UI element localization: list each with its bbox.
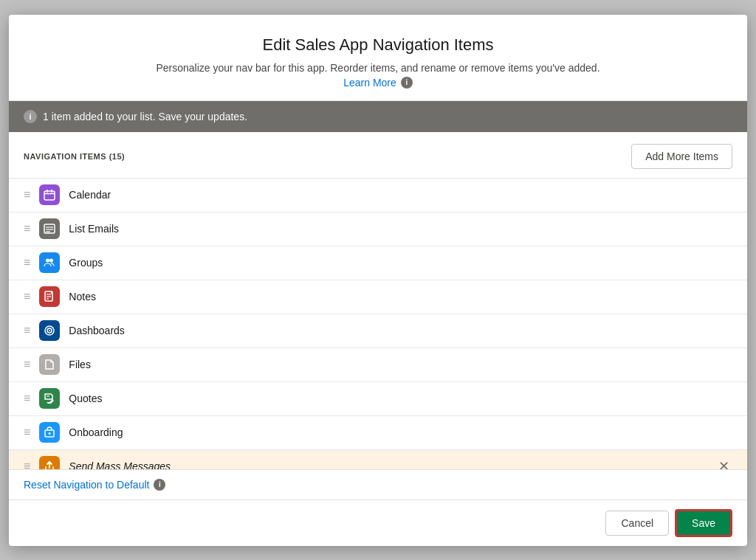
drag-handle[interactable]: ≡ [24, 426, 30, 439]
item-icon-calendar [39, 184, 60, 205]
remove-item-button[interactable]: ✕ [715, 457, 732, 469]
modal-footer: Cancel Save [9, 499, 747, 546]
item-label-quotes: Quotes [69, 393, 732, 404]
svg-point-16 [49, 330, 50, 331]
nav-items-count-label: NAVIGATION ITEMS (15) [24, 152, 125, 161]
list-item: ≡ Quotes [9, 382, 747, 416]
save-button[interactable]: Save [675, 509, 732, 537]
modal-body: NAVIGATION ITEMS (15) Add More Items ≡ C… [9, 132, 747, 469]
learn-more-info-icon[interactable]: i [401, 77, 413, 89]
item-icon-notes [39, 286, 60, 307]
list-item: ≡ Groups [9, 246, 747, 280]
notification-bar: i 1 item added to your list. Save your u… [9, 101, 747, 132]
list-item: ≡ Onboarding [9, 416, 747, 450]
item-icon-list-emails [39, 218, 60, 239]
reset-navigation-link[interactable]: Reset Navigation to Default [24, 479, 149, 491]
svg-point-9 [49, 259, 53, 263]
modal-subtitle: Personalize your nav bar for this app. R… [27, 62, 729, 74]
cancel-button[interactable]: Cancel [605, 511, 669, 536]
reset-info-icon[interactable]: i [154, 479, 165, 491]
item-icon-onboarding [39, 422, 60, 443]
learn-more-row: Learn More i [27, 77, 729, 89]
modal-header: Edit Sales App Navigation Items Personal… [9, 15, 747, 101]
nav-items-header: NAVIGATION ITEMS (15) Add More Items [9, 132, 747, 178]
item-label-onboarding: Onboarding [69, 426, 732, 438]
list-item: ≡ Notes [9, 280, 747, 314]
drag-handle[interactable]: ≡ [24, 222, 30, 235]
item-icon-send-mass-messages [39, 456, 60, 469]
reset-link-row: Reset Navigation to Default i [24, 479, 732, 491]
modal: Edit Sales App Navigation Items Personal… [9, 15, 747, 546]
list-item: ≡ Dashboards [9, 314, 747, 348]
list-item: ≡ Files [9, 348, 747, 382]
item-icon-quotes [39, 388, 60, 409]
item-icon-files [39, 354, 60, 375]
item-label-files: Files [69, 359, 732, 370]
add-more-items-button[interactable]: Add More Items [631, 144, 732, 169]
item-label-groups: Groups [69, 257, 732, 269]
list-item: ≡ List Emails [9, 212, 747, 246]
list-item-highlighted: ≡ Send Mass Messages ✕ [9, 450, 747, 469]
drag-handle[interactable]: ≡ [24, 392, 30, 405]
svg-point-8 [46, 259, 49, 263]
item-icon-groups [39, 252, 60, 273]
item-label-send-mass-messages: Send Mass Messages [69, 460, 707, 469]
drag-handle[interactable]: ≡ [24, 460, 30, 469]
item-label-dashboards: Dashboards [69, 325, 732, 336]
drag-handle[interactable]: ≡ [24, 188, 30, 201]
item-label-notes: Notes [69, 291, 732, 303]
drag-handle[interactable]: ≡ [24, 256, 30, 269]
svg-point-19 [49, 432, 51, 435]
learn-more-link[interactable]: Learn More [343, 77, 396, 89]
item-icon-dashboards [39, 320, 60, 341]
modal-footer-top: Reset Navigation to Default i [9, 469, 747, 499]
notification-text: 1 item added to your list. Save your upd… [43, 111, 247, 122]
modal-overlay: Edit Sales App Navigation Items Personal… [0, 0, 756, 560]
item-label-list-emails: List Emails [69, 223, 732, 235]
item-label-calendar: Calendar [69, 189, 732, 201]
drag-handle[interactable]: ≡ [24, 324, 30, 337]
list-item: ≡ Calendar [9, 179, 747, 212]
modal-title: Edit Sales App Navigation Items [27, 35, 729, 55]
svg-rect-0 [44, 191, 55, 200]
drag-handle[interactable]: ≡ [24, 358, 30, 371]
nav-list-container[interactable]: ≡ Calendar ≡ List Emails ≡ [9, 178, 747, 469]
notification-info-icon: i [24, 110, 37, 123]
drag-handle[interactable]: ≡ [24, 290, 30, 303]
